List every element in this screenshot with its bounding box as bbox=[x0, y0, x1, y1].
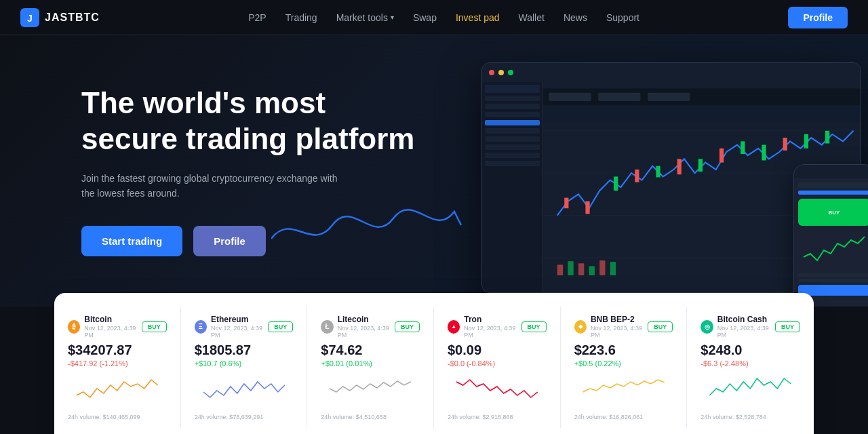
svg-rect-26 bbox=[589, 266, 595, 275]
eth-change: +$10.7 (0.6%) bbox=[195, 359, 294, 368]
ltc-change: +$0.01 (0.01%) bbox=[321, 359, 420, 368]
svg-rect-10 bbox=[564, 198, 568, 209]
bnb-price: $223.6 bbox=[574, 342, 673, 358]
svg-rect-23 bbox=[557, 264, 563, 275]
ltc-name-block: Litecoin Nov 12, 2023, 4:39 PM bbox=[338, 315, 395, 338]
ltc-volume: 24h volume: $4,510,658 bbox=[321, 414, 420, 420]
ticker-card-eth: Ξ Ethereum Nov 12, 2023, 4:39 PM BUY $18… bbox=[181, 307, 308, 429]
eth-sparkline bbox=[195, 372, 294, 406]
wave-decoration bbox=[271, 184, 475, 266]
nav-market-tools[interactable]: Market tools ▾ bbox=[336, 12, 394, 23]
bnb-date: Nov 12, 2023, 4:39 PM bbox=[591, 325, 648, 338]
bnb-change: +$0.5 (0.22%) bbox=[574, 359, 673, 368]
svg-rect-13 bbox=[635, 170, 639, 182]
btc-volume: 24h volume: $140,465,099 bbox=[68, 414, 167, 420]
ltc-sparkline bbox=[321, 372, 420, 406]
bch-name: Bitcoin Cash bbox=[717, 315, 775, 324]
trx-volume: 24h volume: $2,918,868 bbox=[448, 414, 547, 420]
svg-text:J: J bbox=[27, 13, 33, 24]
eth-buy-button[interactable]: BUY bbox=[268, 321, 293, 332]
nav-invest-pad[interactable]: Invest pad bbox=[456, 12, 500, 23]
eth-price: $1805.87 bbox=[195, 342, 294, 358]
svg-rect-29 bbox=[543, 105, 861, 122]
svg-rect-27 bbox=[599, 260, 605, 275]
nav-support[interactable]: Support bbox=[606, 12, 639, 23]
bch-change: -$6.3 (-2.48%) bbox=[701, 359, 800, 368]
ltc-icon: Ł bbox=[321, 320, 333, 334]
bnb-name-block: BNB BEP-2 Nov 12, 2023, 4:39 PM bbox=[591, 315, 648, 338]
btc-buy-button[interactable]: BUY bbox=[142, 321, 167, 332]
nav-news[interactable]: News bbox=[564, 12, 587, 23]
svg-rect-9 bbox=[648, 93, 690, 101]
bch-name-block: Bitcoin Cash Nov 12, 2023, 4:39 PM bbox=[717, 315, 775, 338]
bch-icon: ◎ bbox=[701, 320, 713, 334]
trx-change: -$0.0 (-0.84%) bbox=[448, 359, 547, 368]
hero-title: The world's mostsecure trading platform bbox=[81, 85, 434, 157]
dot-green bbox=[508, 70, 513, 75]
nav-p2p[interactable]: P2P bbox=[248, 12, 266, 23]
ticker-card-btc: ₿ Bitcoin Nov 12, 2023, 4:39 PM BUY $342… bbox=[54, 307, 181, 429]
btc-price: $34207.87 bbox=[68, 342, 167, 358]
hero-profile-button[interactable]: Profile bbox=[193, 226, 266, 256]
btc-icon: ₿ bbox=[68, 320, 80, 334]
bnb-buy-button[interactable]: BUY bbox=[648, 321, 673, 332]
bnb-volume: 24h volume: $16,826,061 bbox=[574, 414, 673, 420]
eth-volume: 24h volume: $78,639,291 bbox=[195, 414, 294, 420]
svg-rect-16 bbox=[698, 159, 703, 172]
ltc-price: $74.62 bbox=[321, 342, 420, 358]
logo[interactable]: J JASTBTC bbox=[20, 8, 100, 27]
brand-name: JASTBTC bbox=[45, 12, 100, 24]
ticker-section: ₿ Bitcoin Nov 12, 2023, 4:39 PM BUY $342… bbox=[54, 293, 814, 434]
nav-links: P2P Trading Market tools ▾ Swap Invest p… bbox=[248, 12, 639, 23]
coin-header-trx: ▲ Tron Nov 12, 2023, 4:39 PM BUY bbox=[448, 315, 547, 338]
coin-info-bnb: ◆ BNB BEP-2 Nov 12, 2023, 4:39 PM bbox=[574, 315, 648, 338]
coin-info-bch: ◎ Bitcoin Cash Nov 12, 2023, 4:39 PM bbox=[701, 315, 775, 338]
svg-rect-24 bbox=[568, 261, 573, 275]
svg-rect-15 bbox=[677, 159, 682, 174]
eth-name: Ethereum bbox=[211, 315, 268, 324]
coin-header-eth: Ξ Ethereum Nov 12, 2023, 4:39 PM BUY bbox=[195, 315, 294, 338]
trx-icon: ▲ bbox=[448, 320, 460, 334]
trx-buy-button[interactable]: BUY bbox=[521, 321, 547, 332]
hero-visual: BUY bbox=[461, 49, 868, 307]
eth-name-block: Ethereum Nov 12, 2023, 4:39 PM bbox=[211, 315, 268, 338]
screen-sidebar bbox=[482, 82, 543, 292]
svg-rect-21 bbox=[804, 134, 808, 149]
btc-change: -$417.92 (-1.21%) bbox=[68, 359, 167, 368]
navbar: J JASTBTC P2P Trading Market tools ▾ Swa… bbox=[0, 0, 868, 35]
trx-price: $0.09 bbox=[448, 342, 547, 358]
ltc-name: Litecoin bbox=[338, 315, 395, 324]
nav-wallet[interactable]: Wallet bbox=[519, 12, 545, 23]
svg-rect-17 bbox=[719, 149, 724, 163]
coin-header-bnb: ◆ BNB BEP-2 Nov 12, 2023, 4:39 PM BUY bbox=[574, 315, 673, 338]
svg-rect-11 bbox=[585, 201, 589, 214]
coin-header-bch: ◎ Bitcoin Cash Nov 12, 2023, 4:39 PM BUY bbox=[701, 315, 800, 338]
mobile-chart bbox=[798, 230, 868, 271]
ticker-card-trx: ▲ Tron Nov 12, 2023, 4:39 PM BUY $0.09 -… bbox=[434, 307, 561, 429]
svg-rect-22 bbox=[825, 131, 829, 144]
pagination bbox=[54, 429, 814, 434]
nav-swap[interactable]: Swap bbox=[413, 12, 437, 23]
coin-header-btc: ₿ Bitcoin Nov 12, 2023, 4:39 PM BUY bbox=[68, 315, 167, 338]
svg-rect-8 bbox=[598, 93, 640, 101]
ticker-card-bch: ◎ Bitcoin Cash Nov 12, 2023, 4:39 PM BUY… bbox=[687, 307, 814, 429]
svg-rect-20 bbox=[783, 138, 787, 151]
btc-name: Bitcoin bbox=[84, 315, 141, 324]
trx-name: Tron bbox=[464, 315, 521, 324]
eth-date: Nov 12, 2023, 4:39 PM bbox=[211, 325, 268, 338]
profile-button[interactable]: Profile bbox=[788, 7, 848, 28]
mobile-body: BUY bbox=[794, 178, 868, 300]
mobile-action: BUY bbox=[798, 199, 868, 226]
btc-date: Nov 12, 2023, 4:39 PM bbox=[84, 325, 141, 338]
coin-info-ltc: Ł Litecoin Nov 12, 2023, 4:39 PM bbox=[321, 315, 395, 338]
bch-buy-button[interactable]: BUY bbox=[775, 321, 800, 332]
coin-header-ltc: Ł Litecoin Nov 12, 2023, 4:39 PM BUY bbox=[321, 315, 420, 338]
nav-trading[interactable]: Trading bbox=[285, 12, 317, 23]
eth-icon: Ξ bbox=[195, 320, 207, 334]
btc-sparkline bbox=[68, 372, 167, 406]
svg-rect-7 bbox=[549, 93, 591, 101]
svg-rect-14 bbox=[656, 166, 660, 178]
bnb-sparkline bbox=[574, 372, 673, 406]
start-trading-button[interactable]: Start trading bbox=[81, 226, 182, 256]
ltc-buy-button[interactable]: BUY bbox=[395, 321, 420, 332]
